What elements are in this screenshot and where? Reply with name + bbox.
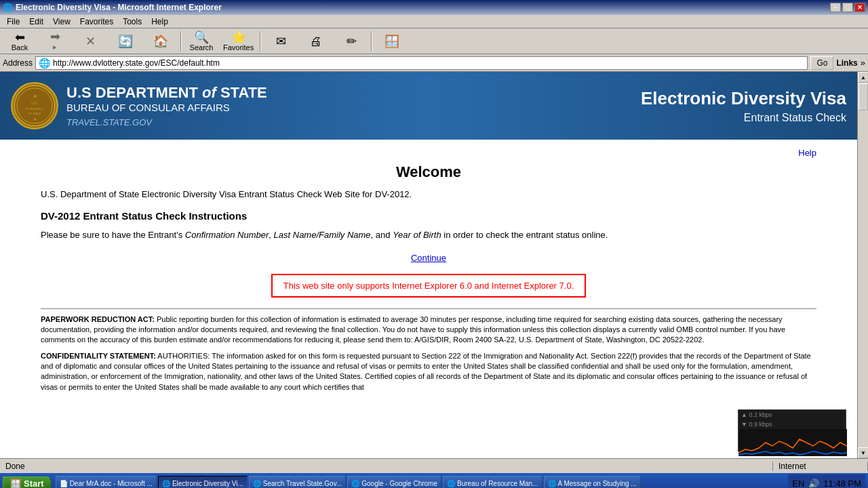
- scroll-track[interactable]: [858, 83, 868, 447]
- taskbar-item-5[interactable]: 🌐 A Message on Studying ...: [544, 476, 641, 488]
- paperwork-title: PAPERWORK REDUCTION ACT:: [41, 315, 155, 323]
- help-link[interactable]: Help: [798, 148, 816, 158]
- window-title: Electronic Diversity Visa - Microsoft In…: [16, 3, 222, 12]
- menu-bar: File Edit View Favorites Tools Help: [0, 15, 868, 28]
- search-button[interactable]: 🔍 Search: [184, 29, 218, 54]
- clock: 11:48 PM: [823, 479, 861, 489]
- edit-button[interactable]: ✏: [334, 33, 368, 49]
- confidentiality-body: AUTHORITIES: The information asked for o…: [41, 352, 811, 391]
- globe-icon: 🌐: [39, 58, 50, 68]
- svg-rect-7: [738, 429, 847, 456]
- menu-tools[interactable]: Tools: [119, 16, 146, 28]
- taskbar-item-2-label: Search Travel.State.Gov...: [263, 480, 342, 487]
- scrollbar[interactable]: ▲ ▼: [857, 72, 868, 458]
- confidentiality-text: CONFIDENTIALITY STATEMENT: AUTHORITIES: …: [41, 351, 816, 393]
- print-icon: 🖨: [310, 35, 322, 47]
- mail-icon: ✉: [276, 35, 286, 47]
- scroll-down-button[interactable]: ▼: [858, 447, 868, 458]
- svg-text:DEPARTMENT: DEPARTMENT: [25, 107, 44, 110]
- scroll-up-button[interactable]: ▲: [858, 72, 868, 83]
- address-field[interactable]: 🌐: [35, 56, 808, 70]
- title-bar: 🌐 Electronic Diversity Visa - Microsoft …: [0, 0, 868, 15]
- scroll-thumb[interactable]: [859, 83, 868, 110]
- taskbar-item-2[interactable]: 🌐 Search Travel.State.Gov...: [249, 476, 347, 488]
- browser-content: ★ U.S. DEPARTMENT OF STATE ★ U.S DEPARTM…: [0, 72, 868, 458]
- status-check-label: Entrant Status Check: [641, 112, 846, 124]
- network-chart: [738, 429, 847, 456]
- continue-link[interactable]: Continue: [411, 253, 446, 263]
- site-header: ★ U.S. DEPARTMENT OF STATE ★ U.S DEPARTM…: [0, 72, 857, 140]
- refresh-button[interactable]: 🔄: [108, 33, 142, 49]
- header-right: Electronic Diversity Visa Entrant Status…: [641, 88, 846, 124]
- page-content: ★ U.S. DEPARTMENT OF STATE ★ U.S DEPARTM…: [0, 72, 857, 458]
- warning-text: This web site only supports Internet Exp…: [283, 281, 574, 291]
- department-name: U.S DEPARTMENT of STATE BUREAU OF CONSUL…: [66, 84, 267, 127]
- menu-help[interactable]: Help: [147, 16, 172, 28]
- confirmation-number-label: Confirmation Number: [185, 230, 269, 240]
- restore-button[interactable]: □: [842, 3, 853, 12]
- dept-state-label: STATE: [220, 84, 267, 101]
- last-name-label: Last Name/Family Name: [274, 230, 371, 240]
- taskbar-item-5-label: A Message on Studying ...: [558, 480, 637, 487]
- menu-edit[interactable]: Edit: [25, 16, 47, 28]
- taskbar-item-2-icon: 🌐: [253, 480, 261, 487]
- mail-button[interactable]: ✉: [264, 33, 298, 49]
- visa-title: Electronic Diversity Visa: [641, 88, 846, 109]
- toolbar-separator-2: [260, 31, 261, 52]
- menu-file[interactable]: File: [3, 16, 24, 28]
- windows-update-button[interactable]: 🪟: [375, 33, 409, 49]
- instructions-part3: , and: [371, 230, 393, 240]
- minimize-button[interactable]: –: [830, 3, 841, 12]
- taskbar-item-1[interactable]: 🌐 Electronic Diversity Vi...: [158, 476, 248, 488]
- taskbar: 🪟 Start 📄 Dear MrA.doc - Microsoft ... 🌐…: [0, 473, 868, 488]
- svg-text:★: ★: [33, 117, 37, 121]
- refresh-icon: 🔄: [118, 35, 133, 47]
- stop-button[interactable]: ✕: [73, 33, 107, 49]
- menu-view[interactable]: View: [49, 16, 75, 28]
- speaker-icon: 🔊: [808, 479, 819, 489]
- status-bar: Done Internet: [0, 458, 868, 473]
- start-label: Start: [24, 479, 44, 489]
- dept-us-label: U.S DEPARTMENT: [66, 84, 202, 101]
- taskbar-item-3[interactable]: 🌐 Google - Google Chrome: [347, 476, 441, 488]
- go-button[interactable]: Go: [810, 56, 833, 70]
- links-chevron-icon: »: [861, 58, 865, 68]
- window-controls: – □ ✕: [830, 3, 865, 12]
- instructions-title: DV-2012 Entrant Status Check Instruction…: [41, 210, 816, 222]
- network-label-1: ▲ 0.2 kbps: [738, 410, 846, 420]
- svg-text:U.S.: U.S.: [31, 101, 38, 105]
- home-button[interactable]: 🏠: [144, 33, 178, 49]
- stop-icon: ✕: [85, 35, 96, 47]
- menu-favorites[interactable]: Favorites: [76, 16, 117, 28]
- taskbar-item-4[interactable]: 🌐 Bureau of Resource Man...: [443, 476, 542, 488]
- close-button[interactable]: ✕: [854, 3, 865, 12]
- favorites-button[interactable]: ⭐ Favorites: [220, 29, 257, 54]
- svg-text:OF STATE: OF STATE: [28, 112, 41, 115]
- taskbar-item-0-label: Dear MrA.doc - Microsoft ...: [70, 480, 153, 487]
- warning-box: This web site only supports Internet Exp…: [271, 274, 587, 298]
- taskbar-item-4-label: Bureau of Resource Man...: [457, 480, 538, 487]
- status-text: Done: [0, 462, 773, 471]
- lang-indicator: EN: [792, 479, 804, 489]
- print-button[interactable]: 🖨: [299, 33, 333, 49]
- taskbar-item-5-icon: 🌐: [548, 480, 556, 487]
- instructions-text: Please be sure to have the Entrant's Con…: [41, 228, 816, 242]
- start-button[interactable]: 🪟 Start: [3, 476, 52, 489]
- taskbar-items: 📄 Dear MrA.doc - Microsoft ... 🌐 Electro…: [56, 476, 787, 488]
- travel-label: TRAVEL.STATE.GOV: [66, 117, 267, 127]
- intro-text: U.S. Department of State Electronic Dive…: [41, 189, 816, 199]
- links-label: Links: [836, 58, 857, 68]
- taskbar-item-1-label: Electronic Diversity Vi...: [172, 480, 243, 487]
- taskbar-item-3-icon: 🌐: [351, 480, 359, 487]
- address-input[interactable]: [53, 58, 804, 68]
- search-icon: 🔍: [194, 31, 209, 43]
- forward-button[interactable]: ➡ ▸: [38, 28, 72, 54]
- network-graph: ▲ 0.2 kbps ▼ 0.9 kbps: [738, 409, 846, 451]
- instructions-part2: ,: [269, 230, 273, 240]
- taskbar-item-0[interactable]: 📄 Dear MrA.doc - Microsoft ...: [56, 476, 157, 488]
- back-button[interactable]: ⬅ Back: [3, 29, 37, 54]
- confidentiality-title: CONFIDENTIALITY STATEMENT:: [41, 352, 156, 360]
- toolbar-separator-3: [371, 31, 372, 52]
- seal-emblem: ★ U.S. DEPARTMENT OF STATE ★: [11, 82, 58, 129]
- content-divider: [41, 308, 816, 309]
